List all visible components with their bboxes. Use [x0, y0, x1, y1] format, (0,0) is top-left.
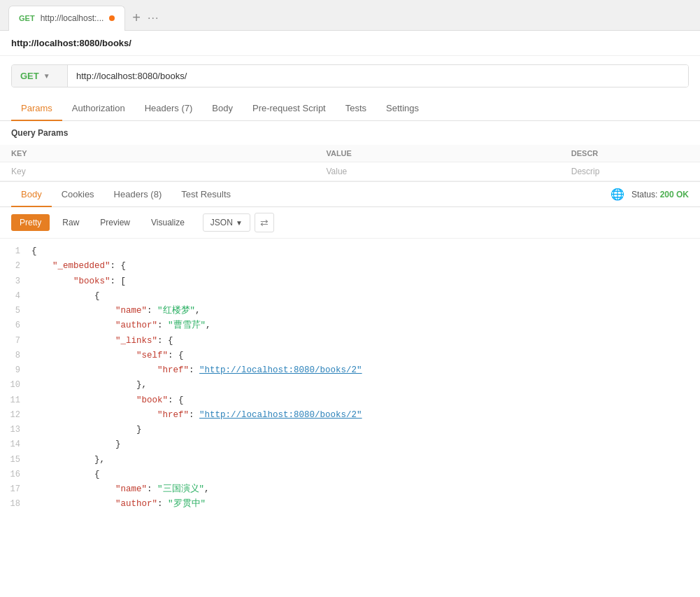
line-number: 15: [0, 453, 31, 467]
json-punct: :: [147, 306, 157, 316]
json-line: 15 },: [0, 453, 700, 468]
json-string-value: "罗贯中": [168, 499, 206, 509]
format-visualize[interactable]: Visualize: [143, 214, 193, 231]
json-key: "href": [157, 365, 189, 375]
json-punct: : [: [110, 276, 127, 286]
response-tabs: Body Cookies Headers (8) Test Results 🌐 …: [0, 182, 700, 207]
response-tab-headers[interactable]: Headers (8): [104, 182, 172, 206]
json-punct: :: [189, 365, 199, 375]
json-punct: }: [31, 425, 142, 435]
tab-authorization[interactable]: Authorization: [62, 96, 135, 120]
address-bar: http://localhost:8080/books/: [0, 31, 700, 56]
tab-url: http://localhost:...: [41, 13, 104, 23]
json-key: "_embedded": [52, 261, 110, 271]
line-content: {: [31, 468, 700, 482]
status-ok: 200 OK: [660, 190, 689, 199]
line-content: },: [31, 453, 700, 468]
json-key: "book": [136, 395, 168, 405]
json-punct: [31, 395, 136, 405]
json-punct: : {: [110, 261, 127, 271]
tab-settings[interactable]: Settings: [376, 96, 429, 120]
json-line: 12 "href": "http://localhost:8080/books/…: [0, 408, 700, 423]
json-format-dropdown[interactable]: JSON ▼: [203, 213, 250, 232]
tab-pre-request[interactable]: Pre-request Script: [243, 96, 336, 120]
new-tab-icon[interactable]: +: [132, 10, 141, 26]
json-body: 1{2 "_embedded": {3 "books": [4 {5 "name…: [0, 239, 700, 518]
format-pretty[interactable]: Pretty: [11, 214, 50, 231]
json-line: 2 "_embedded": {: [0, 259, 700, 274]
line-content: "name": "三国演义",: [31, 482, 700, 497]
tab-body[interactable]: Body: [202, 96, 243, 120]
json-link[interactable]: "http://localhost:8080/books/2": [199, 365, 362, 375]
json-punct: ,: [204, 484, 210, 494]
json-punct: [31, 336, 115, 346]
method-chevron-icon: ▼: [43, 72, 50, 80]
json-line: 13 }: [0, 423, 700, 437]
active-tab[interactable]: GET http://localhost:...: [8, 6, 125, 31]
json-punct: :: [157, 499, 168, 509]
globe-icon: 🌐: [610, 188, 624, 201]
format-bar: Pretty Raw Preview Visualize JSON ▼ ⇄: [0, 207, 700, 239]
json-punct: [31, 351, 136, 360]
json-punct: [31, 410, 157, 420]
url-input[interactable]: [68, 65, 688, 87]
key-placeholder[interactable]: Key: [0, 162, 315, 181]
json-key: "books": [73, 276, 110, 286]
json-punct: ,: [206, 321, 211, 330]
tab-loading-dot: [109, 15, 115, 21]
format-preview[interactable]: Preview: [92, 214, 138, 231]
json-key: "name": [115, 484, 147, 494]
params-placeholder-row: Key Value Descrip: [0, 162, 700, 181]
wrap-button[interactable]: ⇄: [255, 213, 274, 232]
response-tab-cookies[interactable]: Cookies: [52, 182, 104, 206]
line-content: "author": "曹雪芹",: [31, 318, 700, 333]
json-punct: {: [31, 246, 37, 256]
query-params-label: Query Params: [0, 121, 700, 145]
col-header-desc: DESCR: [560, 145, 700, 162]
value-placeholder[interactable]: Value: [315, 162, 559, 181]
line-content: },: [31, 378, 700, 393]
line-content: "name": "红楼梦",: [31, 304, 700, 318]
line-content: }: [31, 423, 700, 437]
json-line: 3 "books": [: [0, 274, 700, 289]
line-number: 8: [0, 349, 31, 363]
json-punct: [31, 484, 115, 494]
json-line: 17 "name": "三国演义",: [0, 482, 700, 497]
line-number: 13: [0, 423, 31, 437]
line-number: 7: [0, 334, 31, 348]
tab-actions: + ···: [132, 10, 159, 26]
tab-tests[interactable]: Tests: [336, 96, 376, 120]
json-punct: {: [31, 470, 100, 479]
line-content: "href": "http://localhost:8080/books/2": [31, 408, 700, 423]
json-line: 16 {: [0, 468, 700, 482]
line-number: 14: [0, 437, 31, 451]
json-punct: :: [147, 484, 157, 494]
json-key: "author": [115, 499, 157, 509]
response-tab-body[interactable]: Body: [11, 182, 52, 206]
json-key: "name": [115, 306, 147, 316]
line-number: 3: [0, 274, 31, 288]
params-table: KEY VALUE DESCR Key Value Descrip: [0, 145, 700, 181]
json-line: 14 }: [0, 437, 700, 452]
format-raw[interactable]: Raw: [54, 214, 87, 231]
more-tabs-icon[interactable]: ···: [148, 12, 159, 24]
json-string-value: "三国演义": [157, 484, 204, 494]
json-line: 1{: [0, 244, 700, 259]
line-content: {: [31, 289, 700, 304]
json-punct: [31, 499, 115, 509]
json-link[interactable]: "http://localhost:8080/books/2": [199, 410, 362, 420]
json-punct: [31, 306, 115, 316]
json-punct: },: [31, 455, 105, 465]
col-header-value: VALUE: [315, 145, 559, 162]
desc-placeholder[interactable]: Descrip: [560, 162, 700, 181]
json-key: "self": [136, 351, 168, 360]
browser-tab-bar: GET http://localhost:... + ···: [0, 0, 700, 31]
json-punct: :: [157, 321, 168, 330]
address-url: http://localhost:8080/books/: [11, 38, 131, 48]
line-number: 5: [0, 304, 31, 318]
response-tab-test-results[interactable]: Test Results: [171, 182, 241, 206]
tab-headers[interactable]: Headers (7): [135, 96, 203, 120]
request-tabs: Params Authorization Headers (7) Body Pr…: [0, 96, 700, 121]
tab-params[interactable]: Params: [11, 96, 62, 120]
method-select[interactable]: GET ▼: [12, 65, 68, 87]
